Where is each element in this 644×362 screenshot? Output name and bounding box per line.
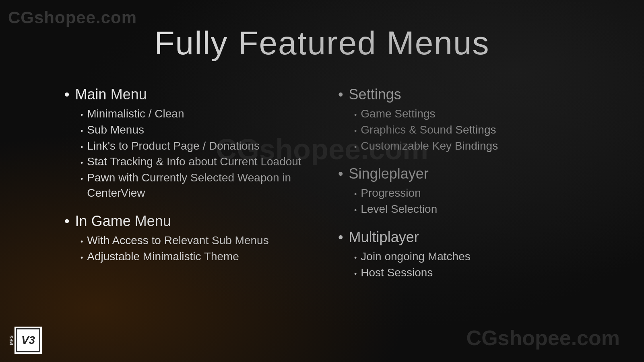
list-item-text: Join ongoing Matches (361, 249, 470, 264)
list-item: •Customizable Key Bindings (354, 138, 580, 154)
section-title-settings: •Settings (338, 86, 580, 103)
sub-items-in-game-menu: •With Access to Relevant Sub Menus•Adjus… (64, 233, 306, 264)
sub-items-main-menu: •Minimalistic / Clean•Sub Menus•Link's t… (64, 106, 306, 201)
bullet-sub-icon: • (80, 142, 83, 152)
list-item-text: Host Sessions (361, 265, 433, 280)
page-title: Fully Featured Menus (0, 0, 644, 78)
sub-items-singleplayer: •Progression•Level Selection (338, 185, 580, 217)
section-in-game-menu: •In Game Menu•With Access to Relevant Su… (64, 213, 306, 264)
bullet-main-icon: • (64, 87, 70, 102)
list-item-text: Link's to Product Page / Donations (87, 138, 260, 154)
list-item: •Join ongoing Matches (354, 249, 580, 264)
bullet-main-icon: • (338, 230, 343, 245)
bullet-sub-icon: • (80, 174, 83, 184)
logo-mps-text: MPS (8, 335, 14, 345)
bullet-sub-icon: • (354, 269, 357, 279)
list-item: •Sub Menus (80, 122, 306, 138)
list-item: •With Access to Relevant Sub Menus (80, 233, 306, 248)
list-item-text: Adjustable Minimalistic Theme (87, 249, 239, 264)
list-item-text: Game Settings (361, 106, 435, 121)
list-item-text: Level Selection (361, 202, 437, 217)
list-item: •Stat Tracking & Info about Current Load… (80, 154, 306, 169)
section-title-text-in-game-menu: In Game Menu (75, 213, 171, 230)
section-title-multiplayer: •Multiplayer (338, 229, 580, 246)
watermark-bottom-right: CGshopee.com (466, 326, 620, 350)
bullet-sub-icon: • (80, 158, 83, 168)
list-item: •Game Settings (354, 106, 580, 121)
sub-items-multiplayer: •Join ongoing Matches•Host Sessions (338, 249, 580, 280)
section-main-menu: •Main Menu•Minimalistic / Clean•Sub Menu… (64, 86, 306, 201)
list-item: •Progression (354, 185, 580, 201)
section-title-in-game-menu: •In Game Menu (64, 213, 306, 230)
section-multiplayer: •Multiplayer•Join ongoing Matches•Host S… (338, 229, 580, 280)
list-item: •Host Sessions (354, 265, 580, 280)
bullet-sub-icon: • (354, 142, 357, 152)
section-title-text-multiplayer: Multiplayer (349, 229, 419, 246)
left-column: •Main Menu•Minimalistic / Clean•Sub Menu… (64, 86, 306, 280)
section-title-main-menu: •Main Menu (64, 86, 306, 103)
list-item-text: Minimalistic / Clean (87, 106, 184, 121)
section-singleplayer: •Singleplayer•Progression•Level Selectio… (338, 165, 580, 217)
logo: MPS V3 (8, 327, 42, 354)
list-item: •Adjustable Minimalistic Theme (80, 249, 306, 264)
section-title-singleplayer: •Singleplayer (338, 165, 580, 182)
logo-v3-box: V3 (14, 327, 42, 354)
list-item: •Level Selection (354, 202, 580, 217)
sub-items-settings: •Game Settings•Graphics & Sound Settings… (338, 106, 580, 153)
bullet-sub-icon: • (354, 110, 357, 120)
bullet-main-icon: • (64, 214, 70, 228)
section-settings: •Settings•Game Settings•Graphics & Sound… (338, 86, 580, 153)
list-item-text: Pawn with Currently Selected Weapon in C… (87, 170, 306, 201)
bullet-main-icon: • (338, 87, 343, 102)
list-item: •Graphics & Sound Settings (354, 122, 580, 138)
bullet-sub-icon: • (80, 237, 83, 247)
list-item: •Link's to Product Page / Donations (80, 138, 306, 154)
right-column: •Settings•Game Settings•Graphics & Sound… (338, 86, 580, 280)
content-area: •Main Menu•Minimalistic / Clean•Sub Menu… (0, 86, 644, 280)
bullet-sub-icon: • (80, 126, 83, 136)
bullet-sub-icon: • (354, 189, 357, 200)
list-item-text: Customizable Key Bindings (361, 138, 498, 154)
list-item-text: Sub Menus (87, 122, 144, 138)
list-item-text: Stat Tracking & Info about Current Loado… (87, 154, 301, 169)
bullet-sub-icon: • (354, 253, 357, 263)
bullet-sub-icon: • (354, 126, 357, 136)
list-item: •Pawn with Currently Selected Weapon in … (80, 170, 306, 201)
list-item-text: Progression (361, 185, 421, 201)
section-title-text-singleplayer: Singleplayer (349, 165, 429, 182)
logo-v3-inner: V3 (16, 328, 40, 352)
list-item-text: With Access to Relevant Sub Menus (87, 233, 268, 248)
list-item-text: Graphics & Sound Settings (361, 122, 496, 138)
section-title-text-settings: Settings (349, 86, 401, 103)
section-title-text-main-menu: Main Menu (75, 86, 147, 103)
logo-v3-text: V3 (21, 335, 35, 346)
list-item: •Minimalistic / Clean (80, 106, 306, 121)
bullet-sub-icon: • (354, 206, 357, 216)
bullet-main-icon: • (338, 167, 343, 181)
bullet-sub-icon: • (80, 253, 83, 263)
bullet-sub-icon: • (80, 110, 83, 120)
